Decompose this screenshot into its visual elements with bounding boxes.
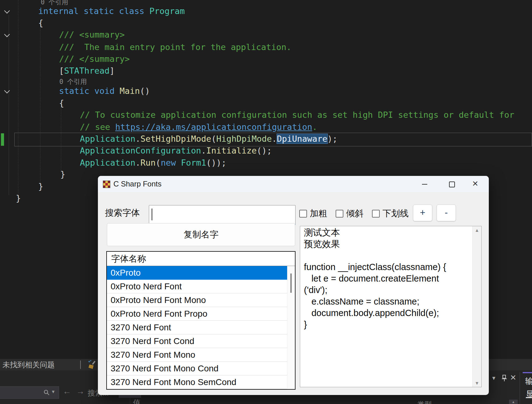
minimize-button[interactable] xyxy=(418,177,432,191)
preview-line: ('div'); xyxy=(304,284,471,296)
dialog-titlebar[interactable]: C Sharp Fonts × xyxy=(98,176,489,192)
code-line: } xyxy=(60,169,65,181)
font-list-item[interactable]: 3270 Nerd Font Mono Cond xyxy=(107,362,295,375)
checkbox-label: 倾斜 xyxy=(346,208,364,219)
maximize-button[interactable] xyxy=(444,177,459,191)
output-tab-strip: 输 显 xyxy=(523,372,532,404)
tab-output[interactable]: 输 xyxy=(525,376,532,387)
vs-window: 0 个引用internal static class Program{/// <… xyxy=(0,0,532,404)
font-size-decrease-button[interactable]: - xyxy=(437,204,456,221)
code-line: { xyxy=(59,98,64,110)
font-list-header: 字体名称 xyxy=(107,252,295,266)
clean-broom-icon[interactable] xyxy=(87,360,97,370)
indent-guide xyxy=(40,22,40,186)
font-list-item[interactable]: 3270 Nerd Font xyxy=(107,321,295,334)
code-line-comment: // To customize application configuratio… xyxy=(80,110,514,122)
column-header-type[interactable]: 类型 xyxy=(417,400,432,404)
code-line-highdpi: Application.SetHighDpiMode(HighDpiMode.D… xyxy=(80,134,337,146)
tab-show[interactable]: 显 xyxy=(526,389,532,400)
csharp-fonts-dialog: C Sharp Fonts × 搜索字体 加粗倾斜下划线 + - 复制名字 字体… xyxy=(98,176,489,395)
preview-line: let e = document.createElement xyxy=(304,273,471,284)
font-list-item[interactable]: 0xProto Nerd Font Mono xyxy=(107,293,295,307)
search-font-label: 搜索字体 xyxy=(105,207,140,219)
preview-pane[interactable]: 测试文本预览效果function __injectClass(classname… xyxy=(300,226,482,387)
preview-line: function __injectClass(classname) { xyxy=(304,261,471,273)
preview-line: } xyxy=(304,319,471,330)
indent-guide xyxy=(18,0,18,199)
codelens-main: 0 个引用 xyxy=(59,78,87,86)
font-list-item[interactable]: 0xProto Nerd Font xyxy=(107,280,295,293)
font-list-scroll-thumb[interactable] xyxy=(290,273,292,293)
font-list-scrollbar[interactable] xyxy=(287,266,295,389)
font-size-increase-button[interactable]: + xyxy=(413,204,432,221)
preview-line: 预览效果 xyxy=(304,238,471,250)
preview-line xyxy=(304,250,471,261)
style-checkbox-1[interactable]: 倾斜 xyxy=(336,208,364,219)
font-list-item[interactable]: 0xProto Nerd Font Propo xyxy=(107,307,295,321)
close-button[interactable]: × xyxy=(468,177,482,191)
font-list-item[interactable]: 3270 Nerd Font Cond xyxy=(107,334,295,348)
font-list-item[interactable]: 3270 Nerd Font Mono xyxy=(107,348,295,362)
scroll-down-icon[interactable]: ▼ xyxy=(473,380,481,386)
font-list-item[interactable]: 0xProto xyxy=(107,266,295,280)
code-line: Application.Run(new Form1()); xyxy=(80,158,226,170)
code-line-comment-link: // see https://aka.ms/applicationconfigu… xyxy=(80,122,317,134)
code-line-main: static void Main() xyxy=(59,86,150,98)
app-icon xyxy=(103,181,110,188)
maximize-icon xyxy=(449,181,455,187)
panel-dropdown-icon[interactable]: ▾ xyxy=(492,374,495,382)
pin-icon[interactable] xyxy=(501,374,508,382)
column-header-value[interactable]: 值 xyxy=(133,398,140,404)
checkbox-icon[interactable] xyxy=(372,210,380,218)
font-list: 字体名称 0xProto0xProto Nerd Font0xProto Ner… xyxy=(106,251,296,390)
code-line: /// </summary> xyxy=(59,54,130,66)
font-list-item[interactable]: 3270 Nerd Font Mono SemCond xyxy=(107,375,295,389)
scrollbar-up-button[interactable]: ▲ xyxy=(509,400,518,404)
search-dropdown-icon[interactable]: ▾ xyxy=(52,388,55,395)
font-list-rows: 0xProto0xProto Nerd Font0xProto Nerd Fon… xyxy=(107,266,295,389)
minimize-icon xyxy=(422,184,427,185)
code-line: } xyxy=(38,181,43,193)
preview-line: 测试文本 xyxy=(304,227,471,238)
code-line: [STAThread] xyxy=(59,66,115,78)
back-arrow-icon[interactable]: ← xyxy=(63,387,71,396)
style-checkboxes: 加粗倾斜下划线 xyxy=(299,206,409,221)
change-tracking-bar xyxy=(1,133,4,146)
style-checkbox-0[interactable]: 加粗 xyxy=(299,208,327,219)
checkbox-icon[interactable] xyxy=(336,210,343,218)
text-caret xyxy=(152,209,152,220)
scroll-up-icon: ▲ xyxy=(512,400,515,404)
status-text: 未找到相关问题 xyxy=(2,359,55,370)
code-line: ApplicationConfiguration.Initialize(); xyxy=(80,146,272,158)
code-line: { xyxy=(38,18,43,30)
search-icon xyxy=(43,389,50,396)
watch-search-box[interactable]: ▾ xyxy=(0,386,59,399)
panel-close-icon[interactable]: × xyxy=(510,372,516,383)
preview-line: document.body.appendChild(e); xyxy=(304,307,471,319)
code-line: } xyxy=(16,193,21,205)
toolbar-separator xyxy=(80,360,81,369)
forward-arrow-icon[interactable]: → xyxy=(76,387,85,396)
close-icon: × xyxy=(472,178,478,189)
checkbox-label: 下划线 xyxy=(383,208,409,219)
checkbox-label: 加粗 xyxy=(310,208,327,219)
code-line: /// <summary> xyxy=(59,30,125,42)
codelens-class: 0 个引用 xyxy=(41,0,68,6)
panel-divider xyxy=(520,372,520,404)
grid-column-divider xyxy=(130,397,130,404)
preview-line: e.className = classname; xyxy=(304,296,471,307)
font-search-input[interactable] xyxy=(149,205,296,225)
checkbox-icon[interactable] xyxy=(299,210,307,218)
fold-structure-line xyxy=(9,15,9,195)
fold-chevron-icon[interactable] xyxy=(4,8,10,13)
style-checkbox-2[interactable]: 下划线 xyxy=(372,208,409,219)
code-line: /// The main entry point for the applica… xyxy=(59,42,291,54)
dialog-title: C Sharp Fonts xyxy=(113,176,162,192)
preview-text: 测试文本预览效果function __injectClass(classname… xyxy=(304,227,471,330)
copy-name-button[interactable]: 复制名字 xyxy=(107,223,295,246)
scroll-up-icon[interactable]: ▲ xyxy=(473,227,481,233)
preview-scrollbar[interactable]: ▲ ▼ xyxy=(472,226,481,387)
code-line-class: internal static class Program xyxy=(38,6,185,18)
